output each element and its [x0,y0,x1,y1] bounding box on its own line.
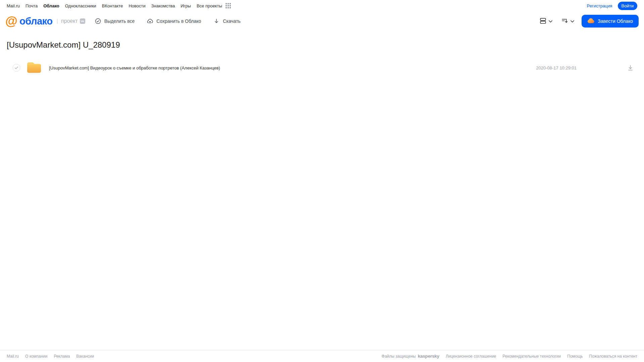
registration-link[interactable]: Регистрация [587,3,612,8]
topbar-link-vse-proekty[interactable]: Все проекты [197,3,222,8]
page-footer: Mail.ru О компании Реклама Вакансии Файл… [0,350,644,362]
select-all-button[interactable]: Выделить все [95,18,135,24]
vk-badge-icon: VK [80,18,85,24]
chevron-down-icon [549,19,552,24]
download-icon [213,18,220,24]
topbar-link-oblako[interactable]: Облако [43,3,59,8]
list-view-icon [539,17,547,25]
file-row[interactable]: [UsupovMarket.com] Видеоурок о съемке и … [0,60,644,75]
cloud-header: @ облако | проект VK Выделить все [0,11,644,31]
kaspersky-logo[interactable]: kaspersky [418,354,439,359]
save-to-cloud-label: Сохранить в Облако [156,18,201,24]
apps-grid-icon[interactable] [226,3,231,8]
page-title: [UsupovMarket.com] U_280919 [7,40,644,50]
file-modified-date: 2020-08-17 10:29:01 [536,65,577,70]
login-button[interactable]: Войти [618,2,637,10]
file-toolbar: Выделить все Сохранить в Облако Скача [95,18,241,24]
footer-link-jobs[interactable]: Вакансии [76,354,94,359]
footer-link-license[interactable]: Лицензионное соглашение [446,354,496,359]
mailru-at-icon: @ [5,15,17,27]
footer-link-recommendations[interactable]: Рекомендательные технологии [503,354,561,359]
protected-by-label: Файлы защищены kaspersky [382,354,439,359]
create-cloud-button[interactable]: Завести Облако [582,15,639,28]
footer-link-mailru[interactable]: Mail.ru [7,354,19,359]
footer-link-help[interactable]: Помощь [567,354,583,359]
topbar-link-pochta[interactable]: Почта [26,3,38,8]
sort-icon [561,17,568,25]
protected-prefix-text: Файлы защищены [382,354,416,359]
cloud-logo[interactable]: @ облако | проект VK [5,15,85,28]
topbar-link-vkontakte[interactable]: ВКонтакте [102,3,123,8]
topbar-link-novosti[interactable]: Новости [129,3,145,8]
download-label: Скачать [223,18,241,24]
folder-icon [27,61,41,74]
footer-left-links: Mail.ru О компании Реклама Вакансии [7,354,94,359]
topbar-auth: Регистрация Войти [587,2,637,10]
footer-link-ads[interactable]: Реклама [54,354,70,359]
select-all-label: Выделить все [104,18,135,24]
sort-control[interactable] [561,17,574,25]
save-to-cloud-button[interactable]: Сохранить в Облако [147,18,201,24]
check-circle-icon [95,18,101,24]
project-label: проект [61,18,78,24]
view-mode-control[interactable] [539,17,552,25]
file-download-icon[interactable] [627,64,634,71]
portal-topbar: Mail.ru Почта Облако Одноклассники ВКонт… [0,0,644,11]
topbar-link-mailru[interactable]: Mail.ru [7,3,20,8]
logo-divider: | [56,18,58,24]
footer-right-links: Файлы защищены kaspersky Лицензионное со… [382,354,637,359]
topbar-link-igry[interactable]: Игры [181,3,191,8]
topbar-link-znakomstva[interactable]: Знакомства [151,3,175,8]
footer-link-report-content[interactable]: Пожаловаться на контент [589,354,637,359]
topbar-link-odnoklassniki[interactable]: Одноклассники [65,3,96,8]
cloud-public-page: Mail.ru Почта Облако Одноклассники ВКонт… [0,0,644,362]
cloud-brand-text: облако [19,16,52,27]
cloud-upload-icon [147,18,153,24]
file-list-area: [UsupovMarket.com] U_280919 [0,31,644,350]
create-cloud-label: Завести Облако [598,18,633,24]
row-checkbox-icon[interactable] [12,64,20,72]
portal-links: Mail.ru Почта Облако Одноклассники ВКонт… [7,3,222,8]
download-button[interactable]: Скачать [213,18,241,24]
header-controls: Завести Облако [539,15,639,28]
file-name-link[interactable]: [UsupovMarket.com] Видеоурок о съемке и … [49,65,536,70]
cloud-icon [587,18,595,24]
footer-link-company[interactable]: О компании [25,354,47,359]
chevron-down-icon [571,19,574,24]
